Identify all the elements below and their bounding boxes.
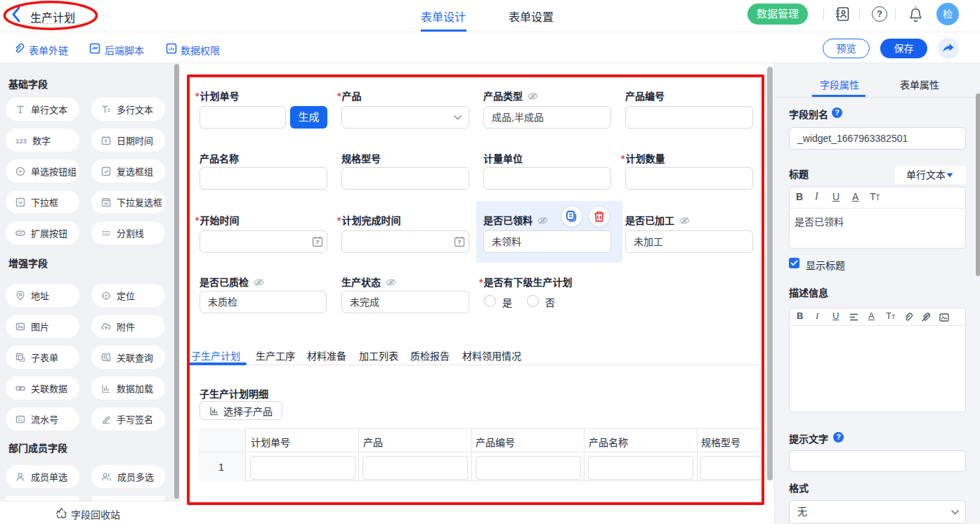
svg-text:123: 123 bbox=[15, 137, 27, 145]
